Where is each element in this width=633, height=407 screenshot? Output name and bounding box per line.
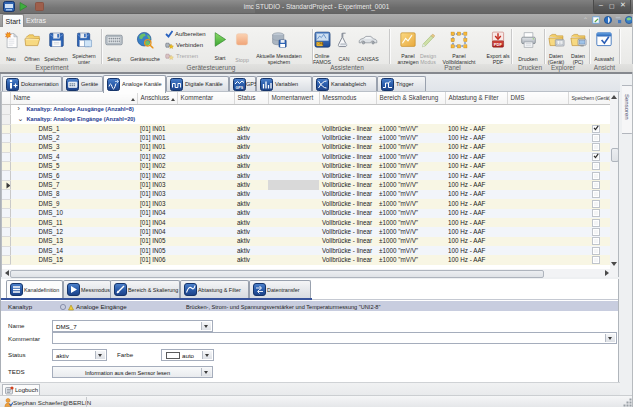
svg-text:OFA: OFA bbox=[317, 42, 324, 46]
svg-text:GPS: GPS bbox=[236, 86, 244, 90]
svg-text:PDF: PDF bbox=[494, 42, 503, 47]
